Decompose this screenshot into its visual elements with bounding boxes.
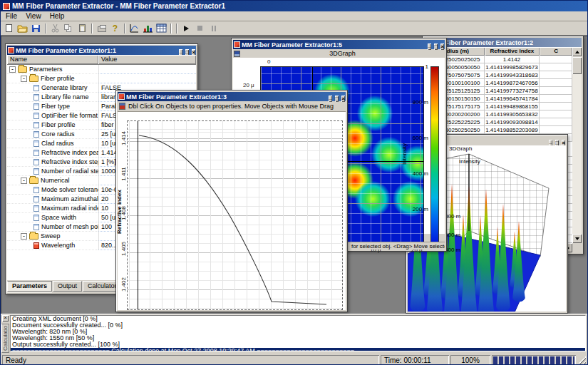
column-header-refractive-index[interactable]: Refractive index [485,47,540,56]
table-view-button[interactable] [155,22,168,34]
surface-tick-400m: 400 m [445,247,460,253]
profile-plot-titlebar[interactable]: MM Fiber Parameter Extractor1:3 [118,92,346,101]
collapse-icon[interactable] [9,66,16,73]
column-header-c[interactable]: C [540,47,572,56]
copy-icon [64,24,69,30]
column-header-value[interactable]: Value [98,55,196,64]
vertical-scrollbar[interactable] [572,47,582,243]
parameter-icon [33,85,39,91]
resize-grip[interactable] [577,355,586,365]
parameter-icon [33,224,39,230]
parameters-window-icon [8,47,14,53]
new-icon [6,24,12,32]
tree-row[interactable]: Parameters [7,65,196,74]
y-tick-1408: 1.408 [120,206,127,220]
parameter-icon [33,196,39,202]
parameter-icon [33,205,39,212]
graph-view-button[interactable] [128,22,141,34]
log-line[interactable]: Document successfully created... [0 %] [11,322,585,329]
graph-icon [129,23,140,34]
colorbar-title: Intensity [401,143,408,165]
collapse-icon[interactable] [21,76,27,82]
scroll-down-button[interactable] [572,234,582,243]
chart3d-icon [143,23,153,34]
parameter-icon [33,94,39,101]
log-line[interactable]: Wavelength: 820 nm [0 %] [11,329,585,335]
y-tick-1405: 1.405 [120,242,127,256]
log-tab-calculation[interactable]: Calculatio [1,324,9,353]
menu-file[interactable]: File [1,11,21,21]
minimize-button[interactable] [428,43,430,50]
surface-graph-title: 3DGraph [449,145,472,152]
paste-button[interactable] [76,22,89,34]
log-close-button[interactable]: × [2,315,9,322]
calculation-log-panel: × Calculatio Creating XML document [0 %]… [1,314,587,353]
new-button[interactable] [2,22,16,34]
column-header-name[interactable]: Name [7,55,98,64]
heatmap-ytick-20u: 20 μ [243,82,254,88]
menu-help[interactable]: Help [46,11,69,21]
folder-icon [29,76,38,82]
parameter-icon [33,131,39,138]
parameter-icon [33,168,39,175]
status-bar: Ready Time: 00:00:11 100% [1,353,587,365]
main-titlebar[interactable]: MM Fiber Parameter Extractor - MM Fiber … [1,1,587,11]
profile-plot-canvas[interactable]: Refractive index 1.414 1.411 1.408 1.405… [118,112,346,310]
close-button[interactable] [341,96,345,102]
y-tick-1411: 1.411 [120,167,127,180]
window-buttons [428,38,444,51]
heatmap-ytick-0: 0 [267,58,270,65]
pause-button[interactable] [207,22,220,34]
minimize-button[interactable] [329,96,331,102]
profile-plot-window: MM Fiber Parameter Extractor1:3 Dbl Clic… [115,90,348,312]
colorbar-tick-200m: 200 m [407,206,428,212]
print-button[interactable] [95,22,108,34]
profile-plot-icon [118,93,125,100]
parameter-icon [33,150,39,156]
graph-doc-icon [234,51,240,57]
plot-hint-text: Dbl Click On Objects to open properties.… [128,103,334,110]
collapse-icon[interactable] [21,178,27,184]
collapse-icon[interactable] [21,233,27,240]
mdi-workspace: MM Fiber Parameter Extractor1:2 Radius (… [1,36,587,314]
tree-row[interactable]: Fiber profile [7,74,196,83]
colorbar-tick-400m: 400 m [407,170,428,177]
maximize-button[interactable] [335,96,339,102]
toolbar-separator [170,24,172,34]
toolbar-separator [176,24,177,34]
stop-button[interactable] [193,22,207,34]
menu-bar: File View Help [1,11,587,21]
table-window-titlebar[interactable]: MM Fiber Parameter Extractor1:2 [424,38,582,47]
open-button[interactable] [16,22,29,34]
menu-view[interactable]: View [21,11,46,21]
copy-button[interactable] [62,22,76,34]
heatmap-window-title: MM Fiber Parameter Extractor1:5 [242,41,426,48]
run-icon [184,26,189,31]
run-button[interactable] [180,22,193,34]
heatmap-window-titlebar[interactable]: MM Fiber Parameter Extractor1:5 [233,40,445,49]
toolbar-separator [124,24,125,34]
close-button[interactable] [440,43,444,50]
tab-output[interactable]: Output [53,281,82,292]
cut-button[interactable] [48,22,62,34]
toolbar-separator [45,24,46,34]
surface-tick-800m: 800 m [445,213,460,220]
scrollbar-thumb[interactable] [572,57,582,74]
window-title: MM Fiber Parameter Extractor - MM Fiber … [12,2,225,10]
open-folder-icon [17,24,28,33]
log-line-selected[interactable]: ========================== Calculation d… [11,348,585,351]
save-button[interactable] [29,22,43,34]
scroll-up-button[interactable] [572,47,582,56]
colorbar-tick-800m: 800 m [407,99,428,106]
stop-icon [197,26,202,31]
parameters-window-titlebar[interactable]: MM Fiber Parameter Extractor1:1 [7,46,196,55]
table-icon [156,24,167,33]
folder-icon [29,233,38,240]
tab-parameters[interactable]: Parameters [7,281,52,292]
maximize-button[interactable] [434,43,438,50]
profile-plot-title: MM Fiber Parameter Extractor1:3 [126,93,327,101]
log-output: Creating XML document [0 %] Document suc… [10,315,586,351]
colorbar-tick-1: 1 [407,63,428,70]
help-button[interactable]: ? [108,22,122,34]
chart3d-view-button[interactable] [141,22,155,34]
